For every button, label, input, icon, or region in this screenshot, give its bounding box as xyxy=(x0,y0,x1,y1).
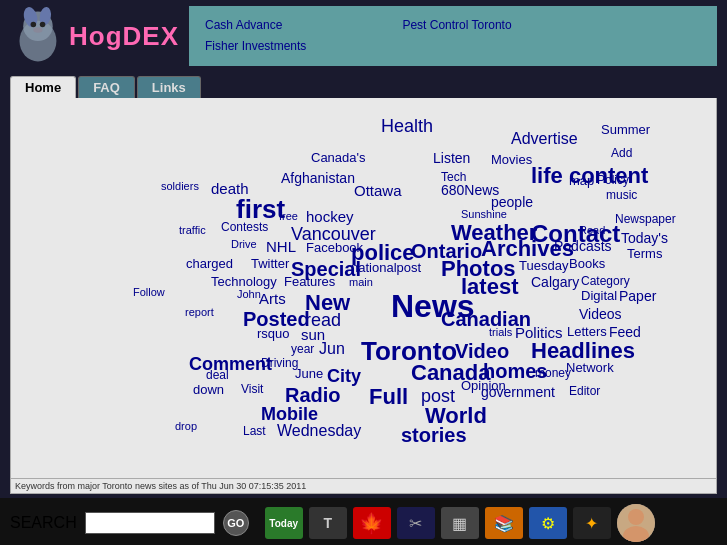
wordcloud-word[interactable]: Wednesday xyxy=(277,422,361,440)
wordcloud-word[interactable]: Category xyxy=(581,274,630,288)
tab-links[interactable]: Links xyxy=(137,76,201,98)
wordcloud-word[interactable]: Twitter xyxy=(251,256,289,271)
wordcloud-word[interactable]: Policy xyxy=(597,173,629,187)
wordcloud-word[interactable]: Technology xyxy=(211,274,277,289)
wordcloud-word[interactable]: main xyxy=(349,276,373,288)
wordcloud-word[interactable]: Paper xyxy=(619,288,656,304)
wordcloud-word[interactable]: Listen xyxy=(433,150,470,166)
wordcloud-word[interactable]: Full xyxy=(369,384,408,410)
wordcloud-word[interactable]: rsquo xyxy=(257,326,290,341)
wordcloud-word[interactable]: Letters xyxy=(567,324,607,339)
wordcloud-word[interactable]: Podcasts xyxy=(554,238,612,254)
wordcloud-word[interactable]: year xyxy=(291,342,314,356)
wordcloud-word[interactable]: down xyxy=(193,382,224,397)
wordcloud-word[interactable]: Sunshine xyxy=(461,208,507,220)
wordcloud-word[interactable]: deal xyxy=(206,368,229,382)
scissors-icon[interactable]: ✂ xyxy=(397,507,435,539)
wordcloud-word[interactable]: Movies xyxy=(491,152,532,167)
logo-text: HogDEX xyxy=(69,21,179,52)
wordcloud-word[interactable]: Health xyxy=(381,116,433,137)
wordcloud-word[interactable]: Books xyxy=(569,256,605,271)
wordcloud-word[interactable]: Last xyxy=(243,424,266,438)
go-button[interactable]: GO xyxy=(223,510,249,536)
search-input[interactable] xyxy=(85,512,215,534)
svg-point-8 xyxy=(628,509,644,525)
ad-row1: Cash Advance Pest Control Toronto xyxy=(205,18,701,32)
nav: Home FAQ Links xyxy=(0,72,727,98)
footer-keywords: Keywords from major Toronto news sites a… xyxy=(10,479,717,494)
wordcloud-word[interactable]: charged xyxy=(186,256,233,271)
wordcloud-word[interactable]: Today's xyxy=(621,230,668,246)
ad-fisher[interactable]: Fisher Investments xyxy=(205,39,306,53)
wordcloud-word[interactable]: Drive xyxy=(231,238,257,250)
wordcloud-word[interactable]: Contests xyxy=(221,220,268,234)
maple-leaf-icon[interactable]: 🍁 xyxy=(353,507,391,539)
tab-faq[interactable]: FAQ xyxy=(78,76,135,98)
wordcloud: HealthAdvertiseSummerAddCanada'sListenMo… xyxy=(21,108,706,468)
wordcloud-word[interactable]: Digital xyxy=(581,288,617,303)
ad-bar: Cash Advance Pest Control Toronto Fisher… xyxy=(189,6,717,66)
wordcloud-word[interactable]: Tuesday xyxy=(519,258,568,273)
wordcloud-word[interactable]: Videos xyxy=(579,306,622,322)
wordcloud-word[interactable]: Comment xyxy=(189,354,272,375)
wordcloud-word[interactable]: Afghanistan xyxy=(281,170,355,186)
wordcloud-word[interactable]: June xyxy=(295,366,323,381)
wordcloud-word[interactable]: map xyxy=(569,173,594,188)
books-icon[interactable]: 📚 xyxy=(485,507,523,539)
wordcloud-word[interactable]: trials xyxy=(489,326,512,338)
tab-home[interactable]: Home xyxy=(10,76,76,98)
wordcloud-word[interactable]: Driving xyxy=(261,356,298,370)
bottom-icons: Today T 🍁 ✂ ▦ 📚 ⚙ ✦ xyxy=(265,504,655,542)
wordcloud-word[interactable]: music xyxy=(606,188,637,202)
wordcloud-word[interactable]: nationalpost xyxy=(351,260,421,275)
svg-point-5 xyxy=(40,22,46,28)
wordcloud-word[interactable]: drop xyxy=(175,420,197,432)
wordcloud-word[interactable]: hockey xyxy=(306,208,354,225)
wordcloud-word[interactable]: Newspaper xyxy=(615,212,676,226)
wordcloud-word[interactable]: traffic xyxy=(179,224,206,236)
wordcloud-word[interactable]: stories xyxy=(401,424,467,447)
bottom-bar: SEARCH GO Today T 🍁 ✂ ▦ 📚 ⚙ ✦ xyxy=(0,498,727,545)
ad-cash-advance[interactable]: Cash Advance xyxy=(205,18,282,32)
person-icon[interactable] xyxy=(617,504,655,542)
header: HogDEX Cash Advance Pest Control Toronto… xyxy=(0,0,727,72)
gear-icon[interactable]: ⚙ xyxy=(529,507,567,539)
wordcloud-word[interactable]: free xyxy=(279,210,298,222)
wordcloud-word[interactable]: Road xyxy=(579,224,605,236)
wordcloud-word[interactable]: Jun xyxy=(319,340,345,358)
wordcloud-word[interactable]: Canada's xyxy=(311,150,366,165)
ad-row2: Fisher Investments xyxy=(205,36,701,54)
wordcloud-word[interactable]: Advertise xyxy=(511,130,578,148)
ad-pest-control[interactable]: Pest Control Toronto xyxy=(402,18,511,32)
star-icon[interactable]: ✦ xyxy=(573,507,611,539)
wordcloud-word[interactable]: Ottawa xyxy=(354,182,402,199)
search-label: SEARCH xyxy=(10,514,77,532)
wordcloud-word[interactable]: Visit xyxy=(241,382,263,396)
wordcloud-word[interactable]: John xyxy=(237,288,261,300)
svg-point-6 xyxy=(33,27,42,33)
wordcloud-word[interactable]: Add xyxy=(611,146,632,160)
film-icon[interactable]: ▦ xyxy=(441,507,479,539)
wordcloud-word[interactable]: Network xyxy=(566,360,614,375)
wordcloud-word[interactable]: Summer xyxy=(601,122,650,137)
wordcloud-word[interactable]: Terms xyxy=(627,246,662,261)
wordcloud-word[interactable]: Features xyxy=(284,274,335,289)
today-icon[interactable]: Today xyxy=(265,507,303,539)
wordcloud-word[interactable]: soldiers xyxy=(161,180,199,192)
wordcloud-word[interactable]: NHL xyxy=(266,238,296,255)
dog-icon xyxy=(10,6,65,66)
wordcloud-word[interactable]: Editor xyxy=(569,384,600,398)
main-content: HealthAdvertiseSummerAddCanada'sListenMo… xyxy=(10,98,717,479)
wordcloud-word[interactable]: report xyxy=(185,306,214,318)
wordcloud-word[interactable]: Calgary xyxy=(531,274,579,290)
logo-area: HogDEX xyxy=(10,6,179,66)
t-icon[interactable]: T xyxy=(309,507,347,539)
svg-point-4 xyxy=(31,22,37,28)
wordcloud-word[interactable]: government xyxy=(481,384,555,400)
wordcloud-word[interactable]: Arts xyxy=(259,290,286,307)
wordcloud-word[interactable]: Follow xyxy=(133,286,165,298)
